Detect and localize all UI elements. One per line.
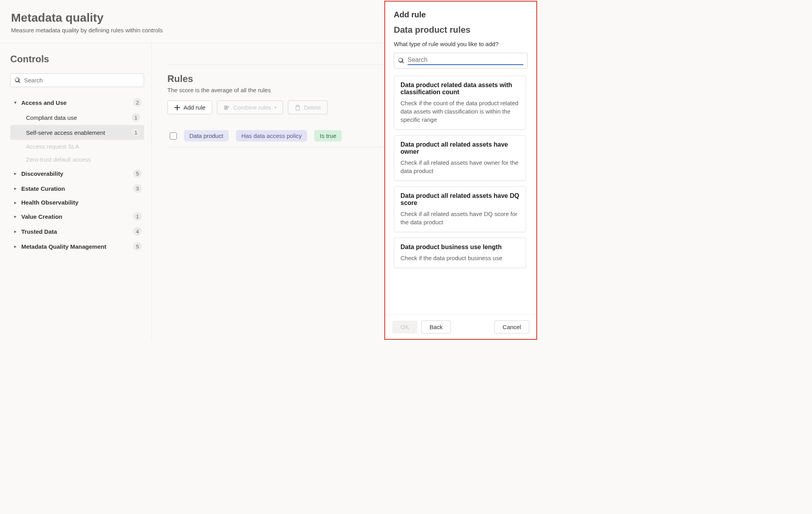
template-title: Data product related data assets with cl… [400,82,519,96]
tree-item-access-and-use[interactable]: ▾ Access and Use 2 [10,95,144,110]
tree-children-access-and-use: Compliant data use 1 Self-serve access e… [10,110,144,166]
panel-cancel-button[interactable]: Cancel [494,320,529,333]
tree-item-trusted-data[interactable]: ▸ Trusted Data 4 [10,224,144,239]
chevron-right-icon: ▸ [13,200,18,205]
rule-template-card[interactable]: Data product all related assets have own… [394,135,526,181]
tree-child-access-request-sla: Access request SLA [10,140,144,153]
combine-rules-button[interactable]: Combine rules ▾ [217,101,283,114]
tree-item-count: 3 [133,184,142,193]
tree-child-label: Compliant data use [26,114,132,121]
tree-child-count: 1 [132,113,140,122]
rule-row-checkbox[interactable] [170,132,177,140]
panel-footer: OK Back Cancel [385,315,536,339]
panel-subtitle: Data product rules [394,25,528,35]
sidebar-title: Controls [10,54,144,65]
tree-item-count: 5 [133,169,142,178]
tree-item-label: Discoverability [21,170,133,177]
tree-item-discoverability[interactable]: ▸ Discoverability 5 [10,166,144,181]
template-title: Data product business use length [400,244,519,251]
tree-item-count: 2 [133,98,142,107]
template-desc: Check if the count of the data product r… [400,99,519,124]
button-label: Add rule [184,104,206,111]
button-label: Delete [304,104,321,111]
tree-item-label: Health Observability [21,199,142,206]
trash-icon [295,104,301,111]
rule-pill-entity: Data product [184,130,229,142]
tree-item-estate-curation[interactable]: ▸ Estate Curation 3 [10,181,144,196]
chevron-right-icon: ▸ [13,214,18,219]
tree-child-label: Access request SLA [26,143,140,150]
template-desc: Check if all related assets have DQ scor… [400,210,519,226]
tree-item-label: Estate Curation [21,185,133,192]
tree-item-label: Access and Use [21,99,133,106]
tree-item-count: 5 [133,242,142,251]
template-title: Data product all related assets have DQ … [400,192,519,207]
delete-button[interactable]: Delete [288,101,328,114]
add-rule-panel: Add rule Data product rules What type of… [384,1,537,340]
panel-search-box[interactable] [394,53,528,69]
controls-tree: ▾ Access and Use 2 Compliant data use 1 … [10,95,144,254]
rule-template-card[interactable]: Data product business use length Check i… [394,238,526,268]
tree-item-label: Metadata Quality Management [21,243,133,250]
add-rule-button[interactable]: Add rule [167,101,212,114]
template-title: Data product all related assets have own… [400,141,519,155]
merge-icon [224,104,230,111]
tree-child-label: Self-serve access enablement [26,129,132,136]
rule-pill-value: Is true [314,130,342,142]
panel-back-button[interactable]: Back [421,320,451,333]
tree-child-compliant-data-use[interactable]: Compliant data use 1 [10,110,144,125]
controls-search-box[interactable] [10,73,144,87]
tree-item-health-observability[interactable]: ▸ Health Observability [10,196,144,209]
tree-item-metadata-quality-mgmt[interactable]: ▸ Metadata Quality Management 5 [10,239,144,254]
rule-template-card[interactable]: Data product related data assets with cl… [394,76,526,130]
controls-search-input[interactable] [24,77,140,84]
rule-template-list[interactable]: Data product related data assets with cl… [394,71,528,315]
button-label: Combine rules [233,104,271,111]
tree-item-label: Trusted Data [21,228,133,235]
panel-title: Add rule [394,10,528,19]
template-desc: Check if the data product business use [400,254,519,262]
tree-child-zero-trust: Zero-trust default access [10,153,144,166]
tree-item-count: 4 [133,227,142,236]
search-icon [15,77,21,84]
tree-item-count: 1 [133,212,142,221]
panel-ok-button[interactable]: OK [392,320,417,333]
chevron-right-icon: ▸ [13,171,18,176]
chevron-right-icon: ▸ [13,244,18,249]
panel-question: What type of rule would you like to add? [394,41,528,47]
tree-item-label: Value Creation [21,213,133,220]
sidebar: Controls ▾ Access and Use 2 Compliant da… [0,43,152,341]
rule-pill-condition: Has data access policy [236,130,307,142]
tree-child-count: 1 [132,128,140,137]
panel-search-input[interactable] [408,56,523,65]
rule-template-card[interactable]: Data product all related assets have DQ … [394,186,526,232]
chevron-right-icon: ▸ [13,186,18,191]
template-desc: Check if all related assets have owner f… [400,158,519,175]
search-icon [398,58,404,64]
chevron-right-icon: ▸ [13,229,18,234]
chevron-down-icon: ▾ [13,100,18,105]
tree-item-value-creation[interactable]: ▸ Value Creation 1 [10,209,144,224]
tree-child-label: Zero-trust default access [26,156,140,163]
chevron-down-icon: ▾ [274,105,276,110]
plus-icon [174,104,180,111]
tree-child-self-serve-access[interactable]: Self-serve access enablement 1 [10,125,144,140]
